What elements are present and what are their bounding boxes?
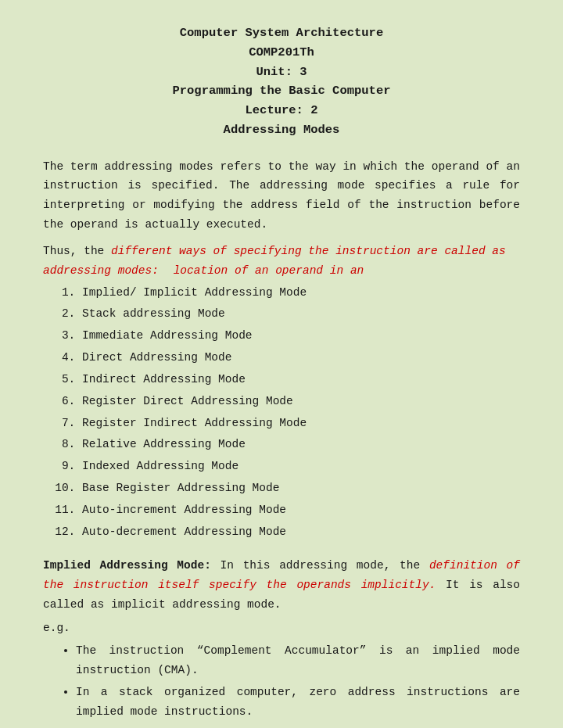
addressing-modes-list: Implied/ Implicit Addressing Mode Stack … (82, 282, 520, 543)
implied-section-label: Implied Addressing Mode: (43, 559, 211, 572)
implied-section: Implied Addressing Mode: In this address… (43, 556, 520, 614)
bullet-list: The instruction “Complement Accumulator”… (76, 641, 520, 722)
list-item-12: Auto-decrement Addressing Mode (82, 522, 520, 543)
list-item-5: Indirect Addressing Mode (82, 369, 520, 390)
eg-label: e.g. (43, 619, 520, 638)
header-line4: Programming the Basic Computer (43, 81, 520, 101)
list-item-11: Auto-increment Addressing Mode (82, 500, 520, 521)
header-line2: COMP201Th (43, 43, 520, 63)
page-header: Computer System Architecture COMP201Th U… (43, 23, 520, 140)
list-item-9: Indexed Addressing Mode (82, 456, 520, 477)
thus-line: Thus, the different ways of specifying t… (43, 242, 520, 280)
bullet-item-1: The instruction “Complement Accumulator”… (76, 641, 520, 680)
list-item-10: Base Register Addressing Mode (82, 478, 520, 499)
header-line1: Computer System Architecture (43, 23, 520, 43)
list-item-4: Direct Addressing Mode (82, 347, 520, 368)
list-item-3: Immediate Addressing Mode (82, 325, 520, 346)
header-line6: Addressing Modes (43, 120, 520, 140)
list-item-7: Register Indirect Addressing Mode (82, 413, 520, 434)
list-item-2: Stack addressing Mode (82, 303, 520, 325)
intro-paragraph: The term addressing modes refers to the … (43, 157, 520, 235)
header-line3: Unit: 3 (43, 63, 520, 82)
bullet-item-2: In a stack organized computer, zero addr… (76, 683, 520, 721)
header-line5: Lecture: 2 (43, 101, 520, 120)
implied-section-text-before: In this addressing mode, the (211, 559, 429, 572)
list-item-1: Implied/ Implicit Addressing Mode (82, 282, 520, 303)
thus-prefix: Thus, the (43, 245, 111, 257)
list-item-8: Relative Addressing Mode (82, 434, 520, 455)
highlight-right-text: location of an operand in an (174, 264, 364, 277)
list-item-6: Register Direct Addressing Mode (82, 391, 520, 412)
